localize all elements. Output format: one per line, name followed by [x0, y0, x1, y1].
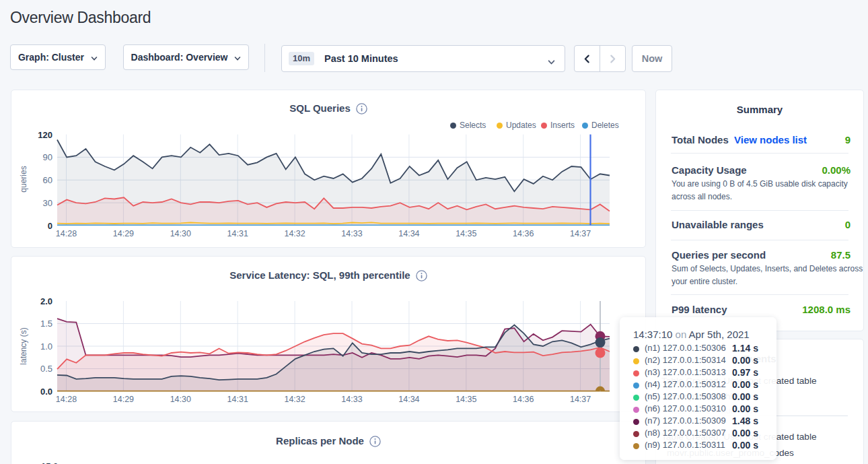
svg-text:0.0: 0.0	[40, 387, 52, 397]
svg-text:14:28: 14:28	[56, 229, 77, 238]
svg-text:1.0: 1.0	[40, 341, 52, 352]
svg-text:queries: queries	[19, 166, 28, 192]
svg-text:1.5: 1.5	[40, 319, 52, 329]
svg-text:14:34: 14:34	[398, 229, 419, 238]
svg-text:14:34: 14:34	[398, 395, 419, 404]
svg-text:14:29: 14:29	[113, 229, 134, 238]
svg-text:90: 90	[43, 152, 52, 162]
svg-text:14:30: 14:30	[170, 229, 191, 238]
svg-text:14:30: 14:30	[170, 395, 191, 404]
svg-text:14:37: 14:37	[570, 395, 591, 404]
svg-text:14:31: 14:31	[227, 229, 248, 238]
svg-text:14:36: 14:36	[513, 395, 534, 404]
svg-text:14:31: 14:31	[227, 395, 248, 404]
svg-text:14:33: 14:33	[341, 229, 362, 238]
svg-text:60: 60	[43, 175, 52, 185]
svg-text:14:35: 14:35	[456, 229, 476, 238]
svg-text:14:28: 14:28	[56, 395, 77, 404]
svg-text:14:32: 14:32	[284, 229, 305, 238]
svg-text:0.5: 0.5	[40, 364, 52, 374]
svg-text:0: 0	[48, 221, 52, 231]
svg-text:30: 30	[43, 198, 52, 208]
svg-text:14:29: 14:29	[113, 395, 134, 404]
svg-text:14:35: 14:35	[456, 395, 476, 404]
svg-text:120: 120	[38, 130, 52, 140]
svg-text:latency (s): latency (s)	[19, 327, 28, 364]
svg-text:14:37: 14:37	[570, 229, 591, 238]
svg-text:14:36: 14:36	[513, 229, 534, 238]
svg-text:14:33: 14:33	[341, 395, 362, 404]
svg-text:14:32: 14:32	[284, 395, 305, 404]
svg-text:2.0: 2.0	[40, 296, 52, 306]
